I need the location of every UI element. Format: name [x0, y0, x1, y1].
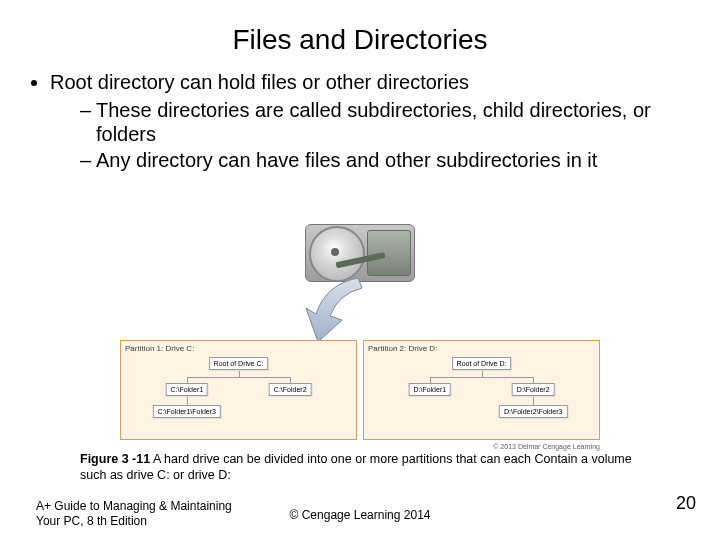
page-number: 20 [676, 493, 696, 514]
node-d-leaf: D:\Folder2\Folder3 [499, 405, 567, 418]
figure-label: Figure 3 -11 [80, 452, 150, 466]
partitions-frame: Partition 1: Drive C: Root of Drive C: C… [120, 340, 600, 440]
bullet-root-text: Root directory can hold files or other d… [50, 71, 469, 93]
node-d-folder2: D:\Folder2 [512, 383, 555, 396]
slide-title: Files and Directories [28, 24, 692, 56]
footer-left-line2: Your PC, 8 th Edition [36, 514, 232, 528]
node-d-folder1: D:\Folder1 [408, 383, 451, 396]
node-c-folder1: C:\Folder1 [165, 383, 208, 396]
partition-c-tree: Root of Drive C: C:\Folder1 C:\Folder2 C… [121, 357, 356, 437]
arrow-icon [298, 274, 388, 344]
bullet-root: Root directory can hold files or other d… [50, 70, 692, 172]
figure-caption-text: A hard drive can be divided into one or … [80, 452, 632, 482]
node-c-leaf: C:\Folder1\Folder3 [153, 405, 221, 418]
partition-d: Partition 2: Drive D: Root of Drive D: D… [363, 340, 600, 440]
partition-d-tree: Root of Drive D: D:\Folder1 D:\Folder2 D… [364, 357, 599, 437]
bullet-sub1: These directories are called subdirector… [80, 98, 692, 146]
footer-left: A+ Guide to Managing & Maintaining Your … [36, 499, 232, 528]
node-c-root: Root of Drive C: [209, 357, 269, 370]
footer-center: © Cengage Learning 2014 [290, 508, 431, 522]
sub-bullet-list: These directories are called subdirector… [50, 98, 692, 172]
diagram-credit: © 2013 Delmar Cengage Learning [493, 443, 600, 450]
bullet-list: Root directory can hold files or other d… [28, 70, 692, 172]
slide: Files and Directories Root directory can… [0, 0, 720, 540]
partition-c-label: Partition 1: Drive C: [125, 344, 352, 353]
figure-caption: Figure 3 -11 A hard drive can be divided… [80, 452, 640, 483]
partition-d-label: Partition 2: Drive D: [368, 344, 595, 353]
diagram-area: Partition 1: Drive C: Root of Drive C: C… [120, 224, 600, 440]
node-c-folder2: C:\Folder2 [269, 383, 312, 396]
node-d-root: Root of Drive D: [452, 357, 512, 370]
bullet-sub2: Any directory can have files and other s… [80, 148, 692, 172]
partition-c: Partition 1: Drive C: Root of Drive C: C… [120, 340, 357, 440]
footer-left-line1: A+ Guide to Managing & Maintaining [36, 499, 232, 513]
